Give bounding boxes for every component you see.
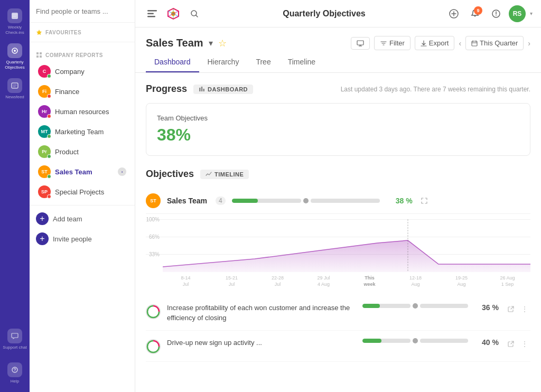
add-button[interactable] bbox=[445, 5, 462, 22]
obj-text-1: Drive-up new sign up activity ... bbox=[167, 338, 356, 348]
progress-dot bbox=[303, 198, 309, 203]
favourite-star[interactable]: ☆ bbox=[218, 38, 227, 49]
user-avatar[interactable]: RS bbox=[509, 5, 526, 22]
progress-badge: DASHBOARD bbox=[193, 85, 253, 94]
chart-66: 66% bbox=[146, 235, 163, 240]
add-team-label: Add team bbox=[53, 215, 82, 223]
chart-label-1: 15-21Jul bbox=[209, 275, 255, 287]
topbar-right: 9 RS ▾ bbox=[445, 5, 533, 22]
quarter-selector[interactable]: This Quarter bbox=[465, 36, 524, 50]
obj-item-1: Drive-up new sign up activity ... 40 % bbox=[146, 331, 530, 362]
progress-title: Progress bbox=[146, 83, 187, 95]
nav-panel: FAVOURITES COMPANY REPORTS C Company › F… bbox=[30, 0, 135, 392]
progress-track-2 bbox=[311, 199, 380, 203]
external-link-icon[interactable] bbox=[505, 303, 517, 315]
logo-icon bbox=[165, 5, 182, 22]
svg-line-16 bbox=[196, 15, 198, 17]
nav-item-product[interactable]: Pr Product › bbox=[32, 142, 133, 162]
obj-percent-1: 40 % bbox=[474, 338, 499, 347]
svg-point-2 bbox=[14, 50, 16, 52]
chart-svg-container bbox=[163, 219, 530, 272]
invite-people-label: Invite people bbox=[53, 235, 92, 243]
team-name-row: Sales Team ▾ ☆ bbox=[146, 37, 227, 49]
progress-section-header: Progress DASHBOARD Last updated 3 days a… bbox=[146, 83, 530, 95]
invite-people-item[interactable]: + Invite people bbox=[30, 229, 135, 249]
objectives-header: Objectives TIMELINE bbox=[146, 169, 530, 180]
chart-area: 100% 66% 33% bbox=[146, 214, 530, 296]
more-icon[interactable]: ⋮ bbox=[519, 338, 530, 350]
export-button[interactable]: Export bbox=[415, 36, 455, 50]
svg-rect-7 bbox=[36, 52, 39, 54]
sidebar-quarterly-objectives[interactable]: Quarterly Objectives bbox=[0, 39, 30, 74]
progress-track bbox=[232, 199, 301, 203]
search-input[interactable] bbox=[36, 7, 128, 15]
expand-icon[interactable] bbox=[419, 195, 430, 206]
nav-item-hr[interactable]: Hr Human resources › bbox=[32, 101, 133, 122]
tabs: Dashboard Hierarchy Tree Timeline bbox=[135, 52, 541, 73]
svg-rect-36 bbox=[203, 89, 205, 91]
sidebar-help[interactable]: Help bbox=[0, 358, 30, 388]
nav-item-sales-team[interactable]: ST Sales Team › bbox=[32, 162, 133, 182]
chart-label-3: 29 Jul4 Aug bbox=[301, 275, 347, 287]
tab-timeline[interactable]: Timeline bbox=[279, 52, 324, 72]
dashboard-content: Progress DASHBOARD Last updated 3 days a… bbox=[135, 73, 541, 383]
add-team-item[interactable]: + Add team bbox=[30, 209, 135, 229]
nav-item-label: Human resources bbox=[55, 108, 109, 116]
team-dropdown[interactable]: ▾ bbox=[209, 38, 213, 48]
obj-icon-0 bbox=[146, 304, 161, 319]
sidebar-icons: Weekly Check-ins Quarterly Objectives Ne… bbox=[0, 0, 30, 392]
tab-tree[interactable]: Tree bbox=[247, 52, 279, 72]
prev-quarter[interactable]: ‹ bbox=[459, 39, 461, 48]
team-header: Sales Team ▾ ☆ bbox=[135, 27, 541, 50]
progress-dot bbox=[413, 338, 418, 343]
progress-dot bbox=[413, 303, 418, 309]
svg-rect-11 bbox=[147, 10, 157, 12]
main-content: Quarterly Objectives 9 bbox=[135, 0, 541, 392]
team-progress-bar bbox=[232, 198, 380, 203]
svg-rect-9 bbox=[36, 55, 39, 58]
objectives-badge: TIMELINE bbox=[200, 170, 249, 179]
team-obj-name: Sales Team bbox=[167, 197, 207, 205]
next-quarter[interactable]: › bbox=[528, 39, 530, 48]
notifications-button[interactable]: 9 bbox=[467, 5, 483, 22]
nav-item-company[interactable]: C Company › bbox=[32, 61, 133, 81]
company-reports-label: COMPANY REPORTS bbox=[30, 45, 135, 61]
progress-meta: Last updated 3 days ago. There are 7 wee… bbox=[341, 86, 530, 93]
obj-progress-bar-0 bbox=[362, 303, 468, 309]
svg-point-39 bbox=[146, 340, 160, 353]
obj-actions-0: ⋮ bbox=[505, 303, 530, 315]
add-team-icon: + bbox=[36, 212, 49, 225]
search-icon[interactable] bbox=[186, 5, 203, 22]
svg-rect-10 bbox=[40, 55, 42, 58]
tab-hierarchy[interactable]: Hierarchy bbox=[199, 52, 248, 72]
team-obj-row: ST Sales Team 4 38 % bbox=[146, 188, 530, 214]
alert-button[interactable] bbox=[488, 5, 505, 22]
svg-point-5 bbox=[14, 371, 15, 371]
obj-progress-bar-1 bbox=[362, 338, 468, 343]
tab-dashboard[interactable]: Dashboard bbox=[146, 52, 199, 72]
svg-rect-3 bbox=[12, 83, 18, 88]
sidebar-weekly-checkins[interactable]: Weekly Check-ins bbox=[0, 4, 30, 39]
menu-icon[interactable] bbox=[144, 5, 161, 22]
nav-item-marketing[interactable]: MT Marketing Team › bbox=[32, 122, 133, 142]
avatar-dropdown[interactable]: ▾ bbox=[530, 11, 533, 16]
chart-label-thisweek: Thisweek bbox=[347, 275, 393, 287]
sidebar-newsfeed[interactable]: Newsfeed bbox=[0, 74, 30, 104]
sidebar-support-chat[interactable]: Support chat bbox=[0, 324, 30, 354]
svg-point-22 bbox=[496, 15, 497, 16]
filter-button[interactable]: Filter bbox=[374, 36, 411, 50]
svg-rect-34 bbox=[199, 88, 201, 91]
external-link-icon[interactable] bbox=[505, 338, 517, 350]
chart-label-6: 19-25Aug bbox=[439, 275, 484, 287]
nav-item-special-projects[interactable]: SP Special Projects › bbox=[32, 182, 133, 202]
nav-item-label: Finance bbox=[55, 88, 79, 96]
monitor-icon[interactable] bbox=[351, 37, 370, 50]
obj-icon-1 bbox=[146, 339, 161, 354]
nav-item-finance[interactable]: Fi Finance › bbox=[32, 81, 133, 101]
chart-100: 100% bbox=[146, 217, 163, 222]
obj-item-0: Increase profitability of each won custo… bbox=[146, 296, 530, 330]
chart-grid: 100% 66% 33% bbox=[146, 219, 530, 272]
objectives-section: Objectives TIMELINE ST Sales Team 4 bbox=[146, 169, 530, 362]
more-icon[interactable]: ⋮ bbox=[519, 303, 530, 315]
obj-actions-1: ⋮ bbox=[505, 338, 530, 350]
